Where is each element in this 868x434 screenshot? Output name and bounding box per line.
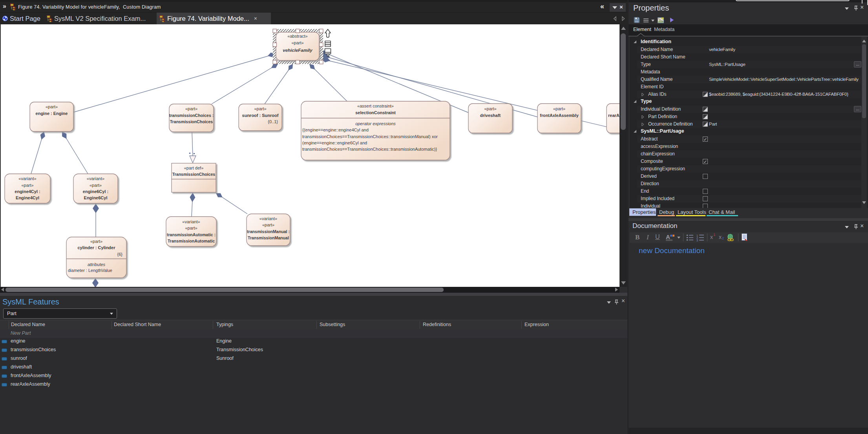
svg-text:operator expressions: operator expressions — [355, 121, 396, 126]
svg-text:«abstract»: «abstract» — [287, 34, 307, 38]
svg-text:selectionConstraint: selectionConstraint — [355, 110, 396, 115]
svg-text:transmissionChoices :: transmissionChoices : — [169, 113, 214, 118]
svg-text:driveshaft: driveshaft — [480, 113, 501, 118]
svg-text:(engine==engine::engine6Cyl an: (engine==engine::engine6Cyl and — [302, 140, 367, 145]
svg-text:Engine6Cyl: Engine6Cyl — [84, 195, 108, 200]
svg-text:«part»: «part» — [185, 226, 197, 230]
svg-text:«variant»: «variant» — [182, 219, 200, 224]
svg-text:«part»: «part» — [46, 104, 58, 109]
svg-text:«variant»: «variant» — [87, 176, 104, 181]
svg-text:«variant»: «variant» — [18, 176, 36, 181]
svg-text:«part»: «part» — [254, 106, 266, 111]
svg-text:«part»: «part» — [553, 106, 565, 111]
svg-text:«part»: «part» — [185, 106, 197, 111]
svg-text:vehicleFamily: vehicleFamily — [283, 48, 312, 53]
svg-text:{(engine==engine::engine4Cyl a: {(engine==engine::engine4Cyl and — [302, 128, 369, 132]
svg-text:3: 3 — [696, 239, 698, 242]
svg-text:{6}: {6} — [117, 252, 123, 257]
svg-text:frontAxleAssembly: frontAxleAssembly — [540, 113, 578, 118]
svg-text:engine : Engine: engine : Engine — [36, 111, 68, 116]
svg-text:rearAxleAssembly :: rearAxleAssembly : — [608, 113, 619, 118]
svg-text:«variant»: «variant» — [259, 216, 277, 221]
svg-text:TransmissionManual: TransmissionManual — [248, 235, 289, 240]
svg-text:transmissionChoices==Transmiss: transmissionChoices==TransmissionChoices… — [302, 147, 437, 151]
svg-text:diameter : LengthValue: diameter : LengthValue — [68, 268, 112, 273]
svg-text:«part»: «part» — [90, 239, 102, 244]
svg-text:«part»: «part» — [291, 40, 303, 45]
svg-text:«part»: «part» — [262, 222, 274, 227]
svg-text:TransmissionChoices: TransmissionChoices — [170, 119, 213, 124]
svg-text:transmissionChoices==Transmiss: transmissionChoices==TransmissionChoices… — [302, 134, 438, 139]
svg-text:engine4Cyl :: engine4Cyl : — [15, 189, 40, 194]
svg-text:«assert constraint»: «assert constraint» — [357, 104, 394, 108]
svg-text:cylinder : Cylinder: cylinder : Cylinder — [78, 245, 116, 250]
svg-text:TransmissionAutomatic: TransmissionAutomatic — [168, 239, 215, 243]
svg-text:sunroof : Sunroof: sunroof : Sunroof — [242, 113, 279, 118]
svg-text:«part def»: «part def» — [184, 166, 204, 170]
svg-text:attributes: attributes — [88, 262, 106, 267]
svg-text:transmissionManual :: transmissionManual : — [247, 229, 290, 234]
svg-text:TransmissionChoices: TransmissionChoices — [172, 172, 216, 177]
svg-text:Engine4Cyl: Engine4Cyl — [16, 195, 39, 200]
svg-text:«part»: «part» — [21, 183, 33, 188]
svg-text:engine6Cyl :: engine6Cyl : — [83, 189, 108, 194]
svg-text:«part»: «part» — [90, 183, 102, 188]
svg-text:transmissionAutomatic :: transmissionAutomatic : — [167, 232, 216, 237]
svg-text:{0..1}: {0..1} — [268, 119, 278, 124]
svg-text:«part»: «part» — [484, 106, 496, 111]
